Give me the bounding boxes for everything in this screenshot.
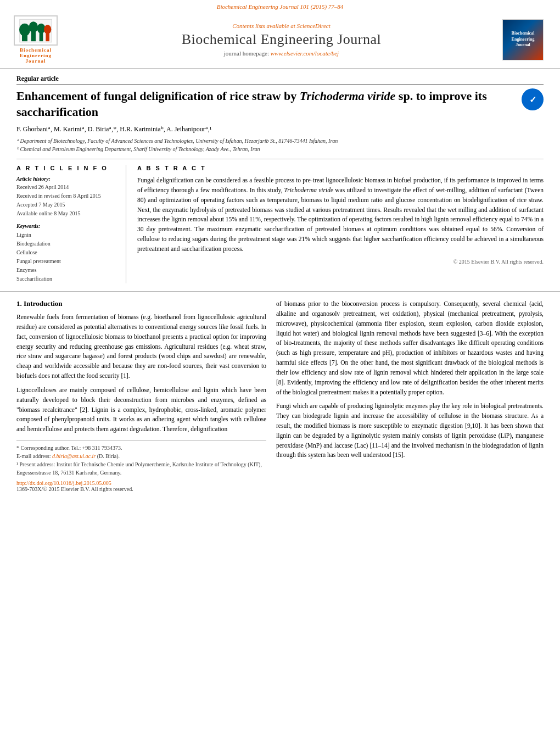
main-right-col: of biomass prior to the bioconversion pr… bbox=[276, 299, 544, 492]
journal-header: Biochemical Engineering Journal Contents… bbox=[0, 11, 560, 69]
citation-text: Biochemical Engineering Journal 101 (201… bbox=[217, 3, 344, 10]
journal-citation: Biochemical Engineering Journal 101 (201… bbox=[0, 0, 560, 11]
received-date: Received 26 April 2014 bbox=[16, 183, 117, 191]
homepage-line: journal homepage: www.elsevier.com/locat… bbox=[60, 50, 502, 57]
article-info-title: A R T I C L E I N F O bbox=[16, 165, 117, 171]
article-type: Regular article bbox=[16, 75, 544, 85]
keywords-title: Keywords: bbox=[16, 223, 117, 229]
article-history-title: Article history: bbox=[16, 176, 117, 182]
article-info-col: A R T I C L E I N F O Article history: R… bbox=[16, 165, 126, 283]
elsevier-logo-svg bbox=[16, 17, 55, 44]
keyword-biodegradation: Biodegradation bbox=[16, 239, 117, 248]
affiliations: ᵃ Department of Biotechnology, Faculty o… bbox=[16, 137, 544, 153]
title-prefix: Enhancement of fungal delignification of… bbox=[16, 89, 300, 103]
svg-point-4 bbox=[29, 21, 38, 32]
svg-point-2 bbox=[19, 23, 30, 36]
corresponding-note: * Corresponding author. Tel.: +98 311 79… bbox=[16, 444, 266, 452]
keyword-enzymes: Enzymes bbox=[16, 266, 117, 275]
elsevier-logo: Biochemical Engineering Journal bbox=[11, 15, 60, 64]
section-divider bbox=[0, 291, 560, 292]
svg-rect-8 bbox=[46, 32, 49, 41]
intro-paragraph-1: Renewable fuels from fermentation of bio… bbox=[16, 313, 266, 381]
elsevier-text: Biochemical Engineering Journal bbox=[11, 47, 60, 64]
info-abstract-section: A R T I C L E I N F O Article history: R… bbox=[16, 159, 544, 283]
svg-text:✓: ✓ bbox=[529, 95, 536, 104]
doi-line[interactable]: http://dx.doi.org/10.1016/j.bej.2015.05.… bbox=[16, 480, 266, 486]
keyword-fungal: Fungal pretreatment bbox=[16, 257, 117, 266]
main-content: 1. Introduction Renewable fuels from fer… bbox=[0, 299, 560, 492]
keyword-lignin: Lignin bbox=[16, 231, 117, 239]
title-italic: Trichoderma viride bbox=[300, 89, 396, 103]
elsevier-logo-box bbox=[14, 15, 58, 46]
article-title: Enhancement of fungal delignification of… bbox=[16, 88, 544, 120]
article-section: Regular article Enhancement of fungal de… bbox=[0, 69, 560, 283]
right-paragraph-1: of biomass prior to the bioconversion pr… bbox=[276, 299, 544, 397]
sciencedirect-link[interactable]: ScienceDirect bbox=[297, 23, 331, 29]
article-title-text: Enhancement of fungal delignification of… bbox=[16, 88, 522, 120]
issn-line: 1369-703X/© 2015 Elsevier B.V. All right… bbox=[16, 486, 266, 492]
affiliation-a: ᵃ Department of Biotechnology, Faculty o… bbox=[16, 137, 544, 145]
affiliation-b: ᵇ Chemical and Petroleum Engineering Dep… bbox=[16, 145, 544, 153]
right-paragraph-2: Fungi which are capable of producing lig… bbox=[276, 401, 544, 460]
intro-paragraph-2: Lignocelluloses are mainly composed of c… bbox=[16, 386, 266, 434]
revised-date: Received in revised form 8 April 2015 bbox=[16, 192, 117, 200]
contents-line: Contents lists available at ScienceDirec… bbox=[60, 23, 502, 29]
abstract-col: A B S T R A C T Fungal delignification c… bbox=[137, 165, 544, 283]
footnote-1: ¹ Present address: Institut für Technisc… bbox=[16, 460, 266, 477]
copyright: © 2015 Elsevier B.V. All rights reserved… bbox=[137, 259, 544, 265]
main-left-col: 1. Introduction Renewable fuels from fer… bbox=[16, 299, 266, 492]
journal-center: Contents lists available at ScienceDirec… bbox=[60, 23, 502, 57]
keywords-section: Keywords: Lignin Biodegradation Cellulos… bbox=[16, 223, 117, 283]
page: Biochemical Engineering Journal 101 (201… bbox=[0, 0, 560, 742]
accepted-date: Accepted 7 May 2015 bbox=[16, 201, 117, 209]
journal-thumbnail: Biochemical Engineering Journal bbox=[502, 19, 544, 60]
journal-title: Biochemical Engineering Journal bbox=[60, 31, 502, 48]
abstract-title: A B S T R A C T bbox=[137, 165, 544, 171]
keyword-saccharification: Saccharification bbox=[16, 275, 117, 283]
crossmark-icon[interactable]: ✓ bbox=[522, 88, 544, 110]
available-date: Available online 8 May 2015 bbox=[16, 210, 117, 217]
abstract-text: Fungal delignification can be considered… bbox=[137, 176, 544, 254]
introduction-heading: 1. Introduction bbox=[16, 299, 266, 308]
authors: F. Ghorbaniᵃ, M. Karimiᵃ, D. Biriaᵃ,*, H… bbox=[16, 125, 544, 133]
email-link[interactable]: d.biria@ast.ui.ac.ir bbox=[52, 453, 96, 459]
thumb-text: Biochemical Engineering Journal bbox=[512, 31, 535, 48]
email-note: E-mail address: d.biria@ast.ui.ac.ir (D.… bbox=[16, 452, 266, 460]
footnotes: * Corresponding author. Tel.: +98 311 79… bbox=[16, 440, 266, 477]
homepage-link[interactable]: www.elsevier.com/locate/bej bbox=[271, 50, 339, 57]
keyword-cellulose: Cellulose bbox=[16, 248, 117, 257]
